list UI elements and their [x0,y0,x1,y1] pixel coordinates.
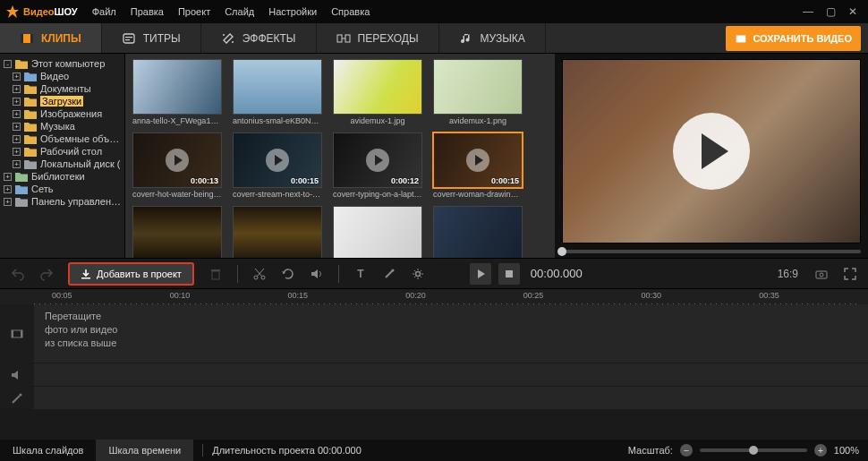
media-thumbnail[interactable]: 0:00:13 coverr-hot-water-being-p… [132,132,222,204]
tree-item[interactable]: + Рабочий стол [0,145,124,158]
thumbnail-caption: anna-tello-X_FWega1EU0-… [132,115,222,131]
media-thumbnail[interactable]: anna-tello-X_FWega1EU0-… [132,59,222,131]
expand-icon[interactable]: + [4,198,12,206]
tree-item[interactable]: + Документы [0,82,124,95]
menu-settings[interactable]: Настройки [261,6,324,17]
tree-item-label: Этот компьютер [31,58,105,69]
zoom-slider[interactable] [700,448,807,452]
tree-item-label: Изображения [40,108,102,119]
tab-music[interactable]: МУЗЫКА [439,23,546,53]
tree-item[interactable]: - Этот компьютер [0,57,124,70]
settings-button[interactable] [407,263,429,285]
menu-edit[interactable]: Правка [123,6,171,17]
preview-play-button[interactable] [673,113,750,190]
expand-icon[interactable]: + [13,123,21,131]
tree-item[interactable]: + Сеть [0,183,124,195]
audio-track[interactable] [0,363,868,387]
folder-tree[interactable]: - Этот компьютер+ Видео+ Документы+ Загр… [0,54,125,258]
expand-icon[interactable]: + [13,160,21,168]
media-thumbnail[interactable] [433,206,523,258]
media-thumbnail[interactable] [233,206,322,258]
tree-item[interactable]: + Библиотеки [0,170,124,183]
cut-button[interactable] [249,263,270,285]
close-icon[interactable]: ✕ [848,5,857,18]
view-timeline-tab[interactable]: Шкала времени [96,440,193,461]
aspect-ratio[interactable]: 16:9 [778,268,798,280]
tree-item-label: Видео [40,71,69,81]
tree-item[interactable]: + Музыка [0,120,124,132]
media-thumbnail[interactable] [333,206,422,258]
media-browser[interactable]: anna-tello-X_FWega1EU0-… antonius-smal-e… [125,54,555,258]
tree-item[interactable]: + Загрузки [0,95,124,107]
tree-item[interactable]: + Видео [0,70,124,82]
expand-icon[interactable]: + [13,135,21,143]
view-slides-tab[interactable]: Шкала слайдов [0,440,96,461]
drop-placeholder: Перетащите фото или видео из списка выше [34,304,868,355]
zoom-in-button[interactable]: + [814,444,827,457]
fullscreen-button[interactable] [839,263,861,285]
svg-rect-3 [30,34,33,43]
magic-button[interactable] [379,263,400,285]
tab-effects[interactable]: ЭФФЕКТЫ [201,23,317,53]
delete-button[interactable] [205,263,226,285]
minimize-icon[interactable]: — [803,5,813,18]
redo-button[interactable] [36,263,57,285]
timeline-time: 00:00.000 [531,267,583,280]
tree-item[interactable]: + Изображения [0,107,124,120]
media-thumbnail[interactable]: avidemux-1.png [433,59,523,131]
fx-track-icon [0,387,34,409]
tree-item[interactable]: + Объемные объект [0,132,124,145]
menu-project[interactable]: Проект [171,6,217,17]
preview-scrubber[interactable] [562,243,861,256]
media-thumbnail[interactable]: 0:00:15 coverr-woman-drawing-in-… [433,132,523,204]
play-button[interactable] [470,263,491,285]
tab-effects-label: ЭФФЕКТЫ [243,32,296,45]
expand-icon[interactable]: + [13,73,21,81]
media-thumbnail[interactable] [132,206,222,258]
menu-help[interactable]: Справка [324,6,377,17]
ruler-tick: 00:20 [405,291,426,300]
save-video-button[interactable]: СОХРАНИТЬ ВИДЕО [726,26,861,51]
folder-icon [15,184,28,194]
expand-icon[interactable]: + [13,110,21,118]
stop-button[interactable] [498,263,520,285]
menu-slide[interactable]: Слайд [217,6,261,17]
expand-icon[interactable]: + [13,85,21,93]
tab-titles[interactable]: ТИТРЫ [102,23,201,53]
snapshot-button[interactable] [811,263,832,285]
tab-clips[interactable]: КЛИПЫ [0,23,102,53]
svg-rect-2 [21,34,23,43]
video-track-icon [0,304,34,363]
ruler-tick: 00:35 [759,291,779,300]
svg-point-22 [415,271,420,276]
media-thumbnail[interactable]: 0:00:12 coverr-typing-on-a-laptop… [333,132,422,204]
add-to-project-button[interactable]: Добавить в проект [68,262,194,286]
preview-video[interactable] [562,59,861,243]
tab-transitions[interactable]: ПЕРЕХОДЫ [317,23,439,53]
mode-tabs: КЛИПЫ ТИТРЫ ЭФФЕКТЫ ПЕРЕХОДЫ МУЗЫКА СОХР… [0,23,868,54]
undo-button[interactable] [7,263,29,285]
timeline-ruler[interactable]: 00:0500:1000:1500:2000:2500:3000:35 [0,288,868,304]
video-track[interactable]: Перетащите фото или видео из списка выше [0,304,868,363]
tree-item[interactable]: + Локальный диск ( [0,158,124,170]
tree-item[interactable]: + Панель управления [0,195,124,208]
media-thumbnail[interactable]: antonius-smal-eKB0NmlUe… [233,59,322,131]
zoom-out-button[interactable]: − [680,444,693,457]
media-thumbnail[interactable]: avidemux-1.jpg [333,59,422,131]
media-thumbnail[interactable]: 0:00:15 coverr-stream-next-to-the… [233,132,322,204]
menu-file[interactable]: Файл [85,6,123,17]
volume-button[interactable] [306,263,328,285]
expand-icon[interactable]: + [13,148,21,156]
svg-marker-23 [478,269,485,278]
expand-icon[interactable]: + [13,98,21,106]
rotate-button[interactable] [277,263,299,285]
tree-item-label: Сеть [31,184,53,194]
expand-icon[interactable]: + [4,173,12,181]
expand-icon[interactable]: - [4,60,12,68]
expand-icon[interactable]: + [4,185,12,193]
svg-rect-4 [123,34,134,43]
scrub-knob[interactable] [557,247,566,256]
maximize-icon[interactable]: ▢ [826,5,836,18]
fx-track[interactable] [0,387,868,410]
text-button[interactable]: T [350,263,371,285]
